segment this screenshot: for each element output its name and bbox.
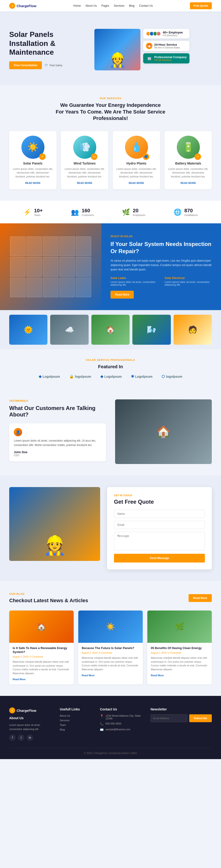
gallery-item-4: 🌬️: [133, 315, 171, 345]
nav-contact[interactable]: Contact Us: [139, 4, 153, 7]
news-read-more-2[interactable]: Read More: [82, 674, 95, 677]
featured-logos: ◆ Logolpsum 🔒 logolpsum ◆ Logolpsum ❋ Lo…: [9, 374, 212, 379]
nav-about[interactable]: About Us: [85, 4, 97, 7]
installations-label: Installations: [184, 214, 198, 216]
footer-links-title: Usefull Links: [60, 707, 91, 711]
hero-title: Solar Panels Installation & Maintenance: [9, 30, 87, 57]
logo[interactable]: ⚡ ChargeFlow: [9, 3, 36, 9]
testimonials-image: 🏠: [115, 399, 212, 464]
news-text-2: Maecenas volutpat blandit aliquam etiam …: [82, 656, 139, 671]
repair-desc: At varius mi pharetra nisi turpis nunc e…: [110, 259, 212, 272]
repair-title: If Your Solar System Needs Inspection Or…: [110, 241, 212, 255]
installations-icon: 🌐: [174, 208, 182, 216]
footer-email: ✉️ sample@flowrise.com: [100, 728, 141, 732]
footer-link-services[interactable]: Services: [60, 719, 91, 722]
footer-about-title: About Us: [9, 716, 51, 720]
footer-newsletter-col: Newsletter Subscribe: [151, 707, 212, 741]
services-grid: ☀️ ⚡ Solar Panels Lorem ipsum dolor, con…: [9, 131, 212, 189]
footer-link-team[interactable]: Team: [60, 723, 91, 726]
reviewer-name: John Doe: [14, 451, 101, 454]
solar-desc: Lorem ipsum dolor, consectetur elit, olo…: [13, 167, 53, 179]
service-card-wind: 💨 🌬 Wind Turbines Lorem ipsum dolor, con…: [61, 131, 108, 189]
years-number: 10+: [34, 208, 43, 214]
footer-links-list: About Us Services Team Blog: [60, 714, 91, 731]
employees-number: 20: [133, 208, 145, 214]
nav-services[interactable]: Services: [114, 4, 124, 7]
quote-email-input[interactable]: [114, 521, 205, 529]
stat-badge-service: ⏰ 24-Hour Service We Are In Several Stat…: [143, 41, 189, 51]
footer-newsletter-title: Newsletter: [151, 707, 212, 711]
hydro-read-more[interactable]: Read More: [129, 182, 144, 184]
nav-home[interactable]: Home: [73, 4, 81, 7]
repair-content: Invest In Solar If Your Solar System Nee…: [101, 223, 221, 310]
battery-read-more[interactable]: Read More: [181, 182, 196, 184]
news-cta-button[interactable]: Read More: [189, 594, 212, 602]
news-card-1: 🏠 Is It Safe To Have a Renewable Energy …: [9, 611, 74, 684]
customers-number: 160: [82, 208, 94, 214]
solar-electrical-link[interactable]: Solar Electrical: [164, 276, 212, 280]
services-tag: Our Services: [9, 97, 212, 100]
social-twitter[interactable]: t: [18, 735, 25, 741]
news-read-more-1[interactable]: Read More: [13, 678, 26, 681]
repair-section: Invest In Solar If Your Solar System Nee…: [0, 223, 221, 310]
news-image-2: ☀️: [78, 611, 143, 643]
quote-form-container: Get In Touch Get Free Quote Send Message: [107, 487, 212, 569]
solar-leaks-link[interactable]: Solar Leaks: [110, 276, 158, 280]
repair-cta-button[interactable]: Read More: [110, 291, 134, 299]
services-title: We Guarantee Your Energy IndependenceFor…: [9, 102, 212, 122]
employees-icon: 🌿: [122, 208, 130, 216]
service-card-solar: ☀️ ⚡ Solar Panels Lorem ipsum dolor, con…: [9, 131, 57, 189]
testimonials-content: Testimonials What Our Customers Are Talk…: [9, 399, 106, 461]
trust-label: Total Safety: [49, 64, 62, 67]
featured-logo-3: ◆ Logolpsum: [100, 374, 121, 379]
navbar: ⚡ ChargeFlow Home About Us Pages Service…: [0, 0, 221, 11]
quote-message-input[interactable]: [114, 532, 205, 550]
hero-stats-col: 40+ Employee 4.8 (Directory) ⏰ 24-Hour S…: [143, 29, 189, 63]
testimonial-text: Lorem ipsum dolor sit amet, consectetur …: [14, 439, 101, 447]
news-title: Checkout Latest News & Articles: [9, 597, 88, 603]
featured-section: Solar Service Professionals Featured In …: [0, 349, 221, 388]
news-read-more-3[interactable]: Read More: [151, 674, 164, 677]
news-card-2: ☀️ Because The Future Is Solar Panels? A…: [78, 611, 143, 684]
stat-installations: 🌐 870 Installations: [174, 208, 198, 216]
hydro-icon: 🔵: [143, 153, 149, 160]
states-label: We Are In Several States: [154, 46, 180, 49]
employees-label: Employees: [133, 214, 145, 216]
nav-blog[interactable]: Blog: [129, 4, 135, 7]
footer-phone: 📞 555-555-5555: [100, 722, 141, 726]
footer-link-blog[interactable]: Blog: [60, 728, 91, 731]
logo-text: ChargeFlow: [16, 4, 36, 8]
stat-customers: 👥 160 Customers: [71, 208, 94, 216]
nav-links: Home About Us Pages Services Blog Contac…: [73, 4, 153, 7]
battery-icon: ⚡: [194, 153, 201, 160]
gallery-item-1: 🌞: [9, 315, 47, 345]
newsletter-submit-button[interactable]: Subscribe: [189, 714, 212, 722]
quote-submit-button[interactable]: Send Message: [114, 554, 205, 562]
wind-read-more[interactable]: Read More: [77, 182, 92, 184]
testimonials-tag: Testimonials: [9, 399, 106, 402]
hero-cta: Free Consultation 🛡 Total Safety: [9, 61, 87, 69]
newsletter-input[interactable]: [151, 714, 187, 722]
social-facebook[interactable]: f: [9, 735, 16, 741]
testimonials-section: Testimonials What Our Customers Are Talk…: [0, 388, 221, 475]
featured-logo-2: 🔒 logolpsum: [69, 374, 91, 379]
hero-trust: 🛡 Total Safety: [45, 63, 62, 67]
social-linkedin[interactable]: in: [27, 735, 33, 741]
hero-cta-button[interactable]: Free Consultation: [9, 61, 42, 69]
wind-title: Wind Turbines: [65, 161, 105, 165]
stat-years: ⚡ 10+ Years: [23, 208, 43, 216]
wind-desc: Lorem ipsum dolor, consectetur elit, olo…: [65, 167, 105, 179]
solar-panel-visual: [10, 237, 91, 297]
free-quote-nav-button[interactable]: Free Quote: [190, 2, 212, 9]
nav-pages[interactable]: Pages: [101, 4, 109, 7]
news-date-1: August 2, 2024 / 0 Comments: [13, 655, 70, 658]
solar-read-more[interactable]: Read More: [25, 182, 40, 184]
footer-link-about[interactable]: About Us: [60, 714, 91, 717]
news-header: Our Blog Checkout Latest News & Articles…: [9, 592, 212, 603]
quote-name-input[interactable]: [114, 510, 205, 518]
footer: ⚡ ChargeFlow About Us Lorem ipsum dolor …: [0, 696, 221, 759]
featured-title: Featured In: [9, 364, 212, 370]
company-icon: 🏢: [146, 55, 152, 62]
phone-text: 555-555-5555: [105, 722, 121, 725]
employee-rating: 4.8 (Directory): [163, 34, 183, 37]
